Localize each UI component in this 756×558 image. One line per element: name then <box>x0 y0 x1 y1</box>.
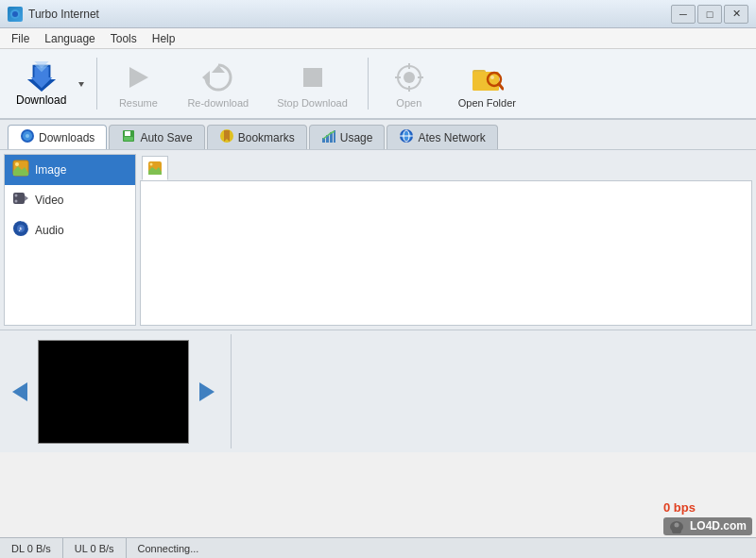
svg-point-12 <box>404 72 415 83</box>
tab-bookmarks-label: Bookmarks <box>238 131 295 144</box>
file-list-pane <box>136 150 756 330</box>
tab-auto-save[interactable]: Auto Save <box>109 125 204 149</box>
sidebar-item-image[interactable]: Image <box>5 155 135 185</box>
close-button[interactable]: ✕ <box>724 5 748 24</box>
sidebar-item-audio[interactable]: ♪ Audio <box>5 215 135 245</box>
svg-marker-6 <box>78 82 84 87</box>
svg-marker-7 <box>129 67 148 88</box>
menu-language[interactable]: Language <box>37 30 102 47</box>
status-ul: UL 0 B/s <box>63 538 127 558</box>
stop-button[interactable]: Stop Download <box>265 54 360 114</box>
svg-point-25 <box>26 134 29 138</box>
preview-image <box>38 340 189 444</box>
prev-button[interactable] <box>4 377 34 407</box>
svg-rect-28 <box>124 137 133 141</box>
resume-button[interactable]: Resume <box>105 54 171 114</box>
svg-rect-27 <box>125 131 130 136</box>
open-label: Open <box>396 97 421 109</box>
next-button[interactable] <box>193 377 223 407</box>
download-button[interactable]: Download <box>8 54 74 114</box>
download-btn-group: Download <box>8 54 89 114</box>
downloads-tab-icon <box>20 128 35 146</box>
menu-help[interactable]: Help <box>145 30 183 47</box>
app-icon <box>8 7 23 22</box>
stop-icon <box>295 59 331 95</box>
main-content: Image Video <box>0 150 756 452</box>
svg-point-51 <box>150 163 153 166</box>
title-bar: Turbo Internet ─ □ ✕ <box>0 0 756 28</box>
audio-category-icon: ♪ <box>12 220 29 241</box>
video-category-icon <box>12 190 29 211</box>
svg-point-56 <box>674 523 679 528</box>
tab-usage[interactable]: Usage <box>309 125 386 149</box>
svg-point-44 <box>15 194 18 197</box>
svg-rect-19 <box>472 72 499 91</box>
ates-network-tab-icon <box>399 128 414 146</box>
svg-point-40 <box>15 162 19 166</box>
watermark-text: LO4D.com <box>690 519 747 533</box>
image-category-icon <box>12 160 29 180</box>
status-connecting: Connecting... <box>127 538 756 558</box>
tab-downloads-label: Downloads <box>39 131 94 144</box>
toolbar-sep-1 <box>96 58 97 110</box>
file-list <box>140 181 752 326</box>
svg-rect-10 <box>303 68 322 87</box>
download-label: Download <box>16 93 66 107</box>
open-folder-icon <box>469 59 505 95</box>
resume-icon <box>120 59 156 95</box>
toolbar: Download Resume <box>0 49 756 120</box>
svg-point-45 <box>15 200 18 203</box>
tab-downloads[interactable]: Downloads <box>8 125 107 149</box>
preview-area <box>0 330 756 452</box>
watermark: LO4D.com <box>663 517 752 535</box>
svg-marker-53 <box>12 382 27 401</box>
preview-details <box>239 334 752 448</box>
sidebar-item-image-label: Image <box>35 163 66 177</box>
auto-save-tab-icon <box>121 128 136 146</box>
download-icon <box>26 61 58 93</box>
preview-divider <box>231 334 232 448</box>
app-title: Turbo Internet <box>28 8 671 21</box>
category-sidebar: Image Video <box>4 154 136 326</box>
svg-rect-42 <box>13 193 25 204</box>
stop-label: Stop Download <box>277 97 348 109</box>
toolbar-sep-2 <box>368 58 369 110</box>
resume-label: Resume <box>119 97 158 109</box>
redownload-icon <box>200 59 236 95</box>
svg-text:♪: ♪ <box>18 225 22 233</box>
open-icon <box>391 59 427 95</box>
file-tab-image[interactable] <box>142 156 168 180</box>
sidebar-item-video-label: Video <box>35 194 63 207</box>
svg-point-22 <box>490 76 494 79</box>
open-folder-button[interactable]: Open Folder <box>446 54 528 114</box>
menu-bar: File Language Tools Help <box>0 28 756 49</box>
window-controls: ─ □ ✕ <box>671 5 748 24</box>
content-pane: Image Video <box>0 150 756 330</box>
preview-navigation <box>4 334 223 448</box>
maximize-button[interactable]: □ <box>697 5 722 24</box>
tab-bar: Downloads Auto Save Bookmarks <box>0 120 756 150</box>
svg-point-1 <box>12 11 18 17</box>
file-type-tabs <box>140 154 752 181</box>
download-dropdown-arrow[interactable] <box>74 54 89 114</box>
sidebar-item-video[interactable]: Video <box>5 185 135 215</box>
tab-usage-label: Usage <box>340 131 373 144</box>
status-bar: DL 0 B/s UL 0 B/s Connecting... <box>0 537 756 558</box>
tab-bookmarks[interactable]: Bookmarks <box>207 125 307 149</box>
svg-marker-43 <box>25 195 28 201</box>
tab-ates-network-label: Ates Network <box>418 131 485 144</box>
sidebar-item-audio-label: Audio <box>35 224 64 237</box>
open-button[interactable]: Open <box>376 54 442 114</box>
tab-ates-network[interactable]: Ates Network <box>387 125 497 149</box>
tab-auto-save-label: Auto Save <box>140 131 192 144</box>
redownload-button[interactable]: Re-download <box>175 54 261 114</box>
menu-tools[interactable]: Tools <box>103 30 145 47</box>
status-dl: DL 0 B/s <box>0 538 63 558</box>
bps-display: 0 bps <box>663 500 696 515</box>
minimize-button[interactable]: ─ <box>671 5 696 24</box>
open-folder-label: Open Folder <box>458 97 516 109</box>
svg-marker-54 <box>199 382 215 401</box>
menu-file[interactable]: File <box>4 30 37 47</box>
bookmarks-tab-icon <box>219 128 234 146</box>
usage-tab-icon <box>321 128 336 146</box>
